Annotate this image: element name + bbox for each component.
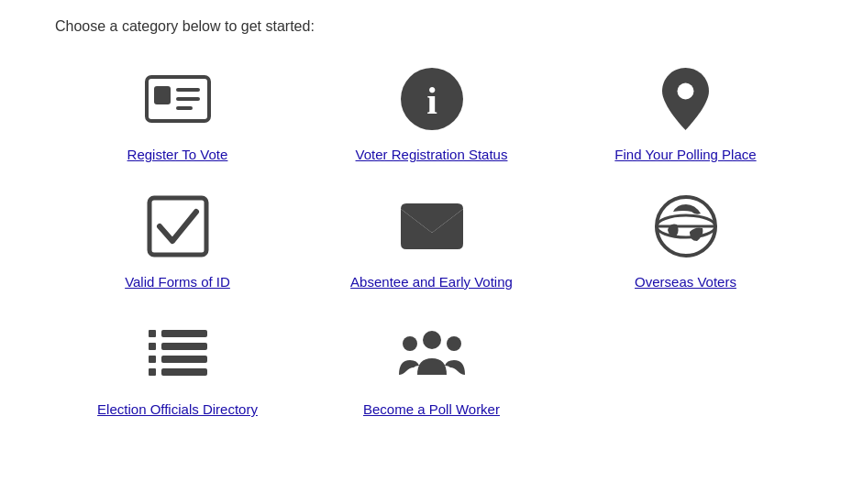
election-officials-directory-link[interactable]: Election Officials Directory — [55, 317, 300, 417]
category-grid: Register To Vote i Voter Registration St… — [55, 62, 808, 417]
intro-text: Choose a category below to get started: — [55, 18, 808, 35]
svg-rect-17 — [161, 356, 207, 363]
absentee-voting-label: Absentee and Early Voting — [350, 274, 513, 290]
globe-icon — [649, 190, 723, 263]
svg-rect-19 — [161, 368, 207, 376]
envelope-icon — [395, 190, 469, 263]
valid-forms-of-id-label: Valid Forms of ID — [125, 274, 230, 290]
svg-point-22 — [447, 336, 461, 351]
register-to-vote-label: Register To Vote — [127, 147, 228, 162]
become-poll-worker-label: Become a Poll Worker — [363, 401, 500, 417]
voter-registration-status-link[interactable]: i Voter Registration Status — [309, 62, 554, 162]
overseas-voters-label: Overseas Voters — [635, 274, 736, 290]
find-polling-place-link[interactable]: Find Your Polling Place — [563, 62, 808, 162]
id-card-icon — [141, 62, 215, 136]
svg-rect-12 — [149, 330, 156, 337]
info-icon: i — [395, 62, 469, 136]
svg-rect-14 — [149, 343, 156, 350]
page-container: Choose a category below to get started: … — [55, 18, 808, 417]
valid-forms-of-id-link[interactable]: Valid Forms of ID — [55, 190, 300, 290]
list-icon — [141, 317, 215, 390]
absentee-voting-link[interactable]: Absentee and Early Voting — [309, 190, 554, 290]
voter-registration-status-label: Voter Registration Status — [356, 147, 508, 162]
register-to-vote-link[interactable]: Register To Vote — [55, 62, 300, 162]
find-polling-place-label: Find Your Polling Place — [614, 147, 756, 162]
checkbox-icon — [141, 190, 215, 263]
svg-point-21 — [403, 336, 417, 351]
svg-rect-18 — [149, 368, 156, 376]
map-pin-icon — [649, 62, 723, 136]
become-poll-worker-link[interactable]: Become a Poll Worker — [309, 317, 554, 417]
svg-text:i: i — [426, 80, 437, 122]
election-officials-directory-label: Election Officials Directory — [97, 401, 258, 417]
group-icon — [395, 317, 469, 390]
svg-point-20 — [423, 331, 441, 349]
svg-rect-15 — [161, 343, 207, 350]
svg-rect-16 — [149, 356, 156, 363]
overseas-voters-link[interactable]: Overseas Voters — [563, 190, 808, 290]
svg-rect-1 — [154, 86, 171, 104]
svg-rect-13 — [161, 330, 207, 337]
svg-point-7 — [678, 83, 694, 100]
